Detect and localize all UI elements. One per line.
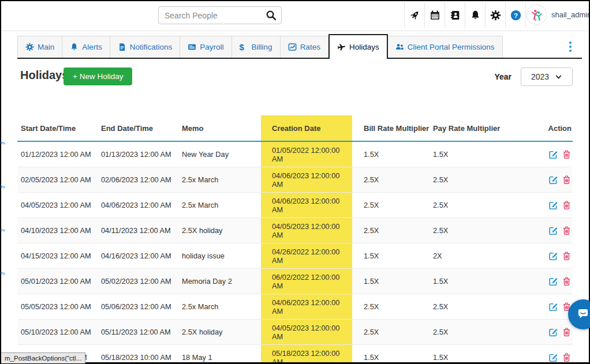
avatar[interactable]: [527, 5, 546, 24]
help-button[interactable]: ?: [505, 2, 526, 28]
delete-button[interactable]: [562, 175, 572, 185]
column-header-bill-rate-multiplier[interactable]: Bill Rate Multiplier: [352, 115, 433, 141]
cell-bill-rate-multiplier: 2.5X: [352, 167, 433, 192]
help-icon: ?: [510, 10, 521, 21]
column-header-start-date-time[interactable]: Start Date/Time: [17, 115, 101, 141]
column-header-end-date-time[interactable]: End Date/Time: [101, 115, 182, 141]
table-row: 05/10/2023 12:00 AM05/11/2023 12:00 AM2.…: [17, 320, 573, 345]
column-header-creation-date[interactable]: Creation Date: [261, 115, 352, 141]
cell-bill-rate-multiplier: 1.5X: [352, 243, 433, 268]
cell-memo: 2.5X holiday: [182, 218, 261, 243]
edit-button[interactable]: [548, 251, 558, 261]
cell-memo: Memoria Day 2: [182, 269, 261, 294]
rocket-button[interactable]: [404, 2, 424, 28]
edit-button[interactable]: [548, 327, 558, 337]
edit-button[interactable]: [548, 226, 558, 235]
edit-button[interactable]: [548, 302, 558, 312]
cell-pay-rate-multiplier: 2.5X: [433, 294, 520, 319]
cell-creation-date: 04/05/2023 12:00:00 AM: [261, 218, 352, 243]
tabbar-underline: [17, 58, 582, 59]
tab-notifications[interactable]: Notifications: [110, 36, 181, 58]
cell-actions: [520, 320, 573, 344]
rates-icon: [288, 43, 297, 51]
table-row: 04/10/2023 12:00 AM04/11/2023 12:00 AM2.…: [17, 218, 573, 243]
delete-button[interactable]: [562, 149, 572, 159]
tab-overflow-menu[interactable]: [566, 40, 575, 53]
address-book-button[interactable]: [445, 2, 465, 28]
year-select[interactable]: 2023: [521, 67, 573, 86]
gear-button[interactable]: [485, 2, 505, 28]
cell-start-date: 04/10/2023 12:00 AM: [17, 218, 101, 243]
edit-button[interactable]: [548, 352, 558, 362]
bell-button[interactable]: [465, 2, 485, 28]
cell-start-date: 05/10/2023 12:00 AM: [17, 320, 101, 344]
cell-memo: holiday issue: [182, 243, 261, 268]
cell-creation-date: 06/02/2022 12:00:00 AM: [261, 269, 352, 294]
delete-button[interactable]: [562, 276, 572, 286]
table-row: 04/05/2023 12:00 AM04/06/2023 12:00 AM2.…: [17, 193, 573, 218]
edit-button[interactable]: [548, 276, 558, 286]
cell-end-date: 05/02/2023 12:00 AM: [101, 269, 182, 294]
edit-button[interactable]: [548, 175, 558, 185]
edit-button[interactable]: [548, 149, 558, 159]
cell-start-date: 02/05/2023 12:00 AM: [17, 167, 101, 192]
calendar-button[interactable]: [424, 2, 445, 28]
holidays-table: Start Date/TimeEnd Date/TimeMemoCreation…: [17, 115, 573, 364]
chevron-down-icon: [555, 73, 562, 81]
search-input[interactable]: [158, 6, 282, 24]
calendar-icon: [430, 10, 440, 21]
cell-bill-rate-multiplier: 2.5X: [352, 218, 433, 243]
pencil-icon: ✎: [0, 183, 7, 192]
svg-text:?: ?: [513, 11, 517, 18]
column-header-action[interactable]: Action: [520, 115, 573, 141]
topbar-icon-group: ?: [404, 2, 526, 28]
tab-client-portal-permissions[interactable]: Client Portal Permissions: [388, 36, 503, 58]
tab-payroll[interactable]: Payroll: [180, 36, 231, 58]
column-header-pay-rate-multiplier[interactable]: Pay Rate Multiplier: [433, 115, 520, 141]
year-label: Year: [494, 72, 511, 81]
document-icon: [118, 43, 126, 51]
tab-label: Client Portal Permissions: [408, 43, 495, 51]
tab-holidays[interactable]: Holidays: [328, 34, 388, 59]
table-row: 05/05/2023 12:00 AM05/06/2023 12:00 AM2.…: [17, 294, 573, 320]
edit-button[interactable]: [548, 200, 558, 210]
bell-icon: [70, 43, 79, 51]
pencil-icon: ✎: [0, 227, 7, 235]
cell-bill-rate-multiplier: 1.5X: [352, 142, 433, 167]
cell-bill-rate-multiplier: 1.5X: [352, 269, 433, 294]
cell-actions: [520, 193, 573, 217]
plane-icon: [337, 43, 346, 51]
tab-label: Alerts: [82, 43, 102, 51]
cell-end-date: 01/13/2023 12:00 AM: [101, 142, 182, 167]
cell-creation-date: 04/06/2023 12:00:00 AM: [261, 167, 352, 192]
tab-billing[interactable]: $Billing: [232, 36, 281, 58]
delete-button[interactable]: [562, 226, 572, 235]
delete-button[interactable]: [562, 200, 572, 210]
new-holiday-button[interactable]: + New Holiday: [64, 67, 132, 85]
cell-end-date: 04/16/2023 12:00 AM: [101, 243, 182, 268]
cell-creation-date: 04/06/2023 12:00:00 AM: [261, 193, 352, 217]
tab-rates[interactable]: Rates: [281, 36, 328, 58]
table-row: 04/15/2023 12:00 AM04/16/2023 12:00 AMho…: [17, 243, 573, 269]
user-menu[interactable]: shail_admin: [527, 5, 590, 24]
delete-button[interactable]: [562, 327, 572, 337]
cell-creation-date: 05/18/2023 12:00:00 AM: [261, 345, 352, 364]
cell-memo: 18 May 1: [182, 345, 261, 364]
cell-start-date: 04/15/2023 12:00 AM: [17, 243, 101, 268]
tab-label: Notifications: [130, 43, 173, 51]
browser-status-tooltip: m_PostBackOptions("ctl...: [1, 352, 85, 363]
cell-creation-date: 04/05/2023 12:00:00 AM: [261, 320, 352, 344]
cell-end-date: 04/11/2023 12:00 AM: [101, 218, 182, 243]
delete-button[interactable]: [562, 251, 572, 261]
column-header-memo[interactable]: Memo: [182, 115, 261, 141]
search-icon[interactable]: [266, 10, 277, 21]
cell-memo: 2.5X holiday: [182, 320, 261, 344]
page-title: Holidays: [20, 69, 68, 82]
table-row: 05/01/2023 12:00 AM05/02/2023 12:00 AMMe…: [17, 269, 573, 294]
tab-alerts[interactable]: Alerts: [62, 36, 110, 58]
table-row: 02/05/2023 12:00 AM02/06/2023 12:00 AM2.…: [17, 167, 573, 193]
cell-creation-date: 04/26/2022 12:00:00 AM: [261, 243, 352, 268]
tab-main[interactable]: Main: [17, 36, 62, 58]
delete-button[interactable]: [562, 352, 572, 362]
cell-pay-rate-multiplier: 2.5X: [433, 193, 520, 217]
